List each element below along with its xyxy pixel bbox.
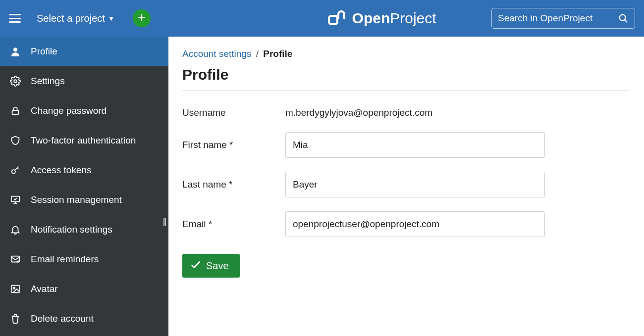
form-row-lastname: Last name *	[182, 172, 630, 197]
email-input[interactable]	[285, 211, 545, 237]
save-button[interactable]: Save	[182, 254, 240, 278]
svg-rect-2	[329, 16, 337, 24]
sidebar-item-email-reminders[interactable]: Email reminders	[0, 244, 168, 274]
sidebar-item-label: Two-factor authentication	[31, 135, 136, 146]
email-label: Email *	[182, 219, 285, 230]
svg-rect-7	[12, 110, 19, 114]
username-label: Username	[182, 107, 285, 118]
sidebar-item-session-management[interactable]: Session management	[0, 185, 168, 215]
search-icon[interactable]	[618, 13, 629, 24]
sidebar-item-profile[interactable]: Profile	[0, 37, 168, 66]
search-input[interactable]	[498, 13, 618, 24]
check-icon	[190, 259, 201, 273]
presentation-icon	[10, 194, 21, 205]
hamburger-menu-icon[interactable]	[9, 14, 21, 23]
lastname-label: Last name *	[182, 179, 285, 190]
svg-point-12	[13, 287, 15, 289]
lastname-input[interactable]	[285, 172, 545, 197]
brand-text: OpenProject	[352, 10, 436, 27]
caret-down-icon: ▼	[108, 14, 115, 22]
trash-icon	[10, 313, 21, 324]
sidebar-item-label: Settings	[31, 76, 65, 87]
breadcrumb-separator: /	[256, 48, 259, 59]
openproject-logo-icon	[327, 8, 347, 28]
bell-icon	[10, 224, 21, 235]
form-row-firstname: First name *	[182, 132, 630, 158]
sidebar-item-settings[interactable]: Settings	[0, 66, 168, 96]
svg-point-5	[13, 48, 17, 51]
username-value: m.berdygylyjova@openproject.com	[285, 107, 432, 118]
sidebar-item-label: Profile	[31, 46, 57, 57]
project-selector-label: Select a project	[37, 13, 105, 24]
page-title: Profile	[182, 66, 630, 83]
sidebar-item-access-tokens[interactable]: Access tokens	[0, 155, 168, 185]
divider	[182, 90, 630, 91]
breadcrumb-current: Profile	[263, 48, 292, 59]
add-button[interactable]	[133, 9, 151, 27]
sidebar-item-label: Session management	[31, 194, 122, 205]
search-field[interactable]	[491, 8, 635, 29]
form-row-email: Email *	[182, 211, 630, 237]
topbar: Select a project ▼ OpenProject	[0, 0, 644, 37]
sidebar-item-label: Access tokens	[31, 165, 92, 176]
firstname-input[interactable]	[285, 132, 545, 158]
gear-icon	[10, 76, 21, 87]
breadcrumb: Account settings / Profile	[182, 48, 630, 59]
svg-point-6	[14, 80, 17, 83]
svg-line-4	[625, 20, 627, 22]
key-icon	[10, 165, 21, 176]
sidebar-resize-handle[interactable]: ||	[163, 216, 165, 227]
lock-icon	[10, 105, 21, 116]
sidebar-item-two-factor[interactable]: Two-factor authentication	[0, 126, 168, 155]
sidebar-item-label: Delete account	[31, 313, 94, 324]
sidebar-item-avatar[interactable]: Avatar	[0, 274, 168, 304]
sidebar-item-change-password[interactable]: Change password	[0, 96, 168, 126]
sidebar-item-label: Avatar	[31, 284, 58, 294]
breadcrumb-parent-link[interactable]: Account settings	[182, 48, 251, 59]
sidebar-item-delete-account[interactable]: Delete account	[0, 304, 168, 334]
plus-icon	[137, 13, 146, 24]
svg-rect-11	[11, 286, 20, 293]
save-button-label: Save	[206, 260, 229, 272]
sidebar-item-label: Email reminders	[31, 254, 99, 265]
shield-icon	[10, 135, 21, 146]
main-content: Account settings / Profile Profile Usern…	[168, 37, 644, 336]
sidebar-item-label: Change password	[31, 105, 107, 116]
project-selector[interactable]: Select a project ▼	[37, 13, 115, 24]
sidebar-item-notification-settings[interactable]: Notification settings	[0, 215, 168, 244]
sidebar: Profile Settings Change password Two-fac…	[0, 37, 168, 336]
firstname-label: First name *	[182, 140, 285, 150]
user-icon	[10, 46, 21, 57]
image-icon	[10, 284, 21, 294]
brand-logo: OpenProject	[327, 8, 436, 28]
form-row-username: Username m.berdygylyjova@openproject.com	[182, 107, 630, 118]
mail-check-icon	[10, 254, 21, 265]
sidebar-item-label: Notification settings	[31, 224, 112, 235]
svg-point-8	[12, 170, 15, 173]
